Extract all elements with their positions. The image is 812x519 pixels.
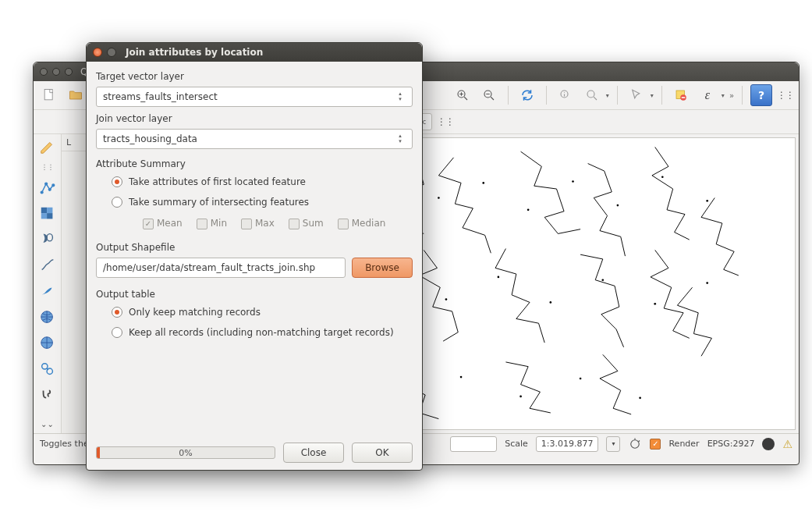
radio-keep-all[interactable]: Keep all records (including non-matching…	[96, 325, 413, 340]
svg-point-29	[527, 208, 530, 211]
output-table-label: Output table	[96, 289, 413, 300]
output-path-input[interactable]: /home/user/data/stream_fault_tracts_join…	[96, 258, 346, 278]
toolbox-expand-icon[interactable]: ⌄⌄	[41, 420, 54, 428]
window-close-icon[interactable]	[40, 68, 48, 76]
attribute-summary-label: Attribute Summary	[96, 158, 413, 169]
svg-point-31	[617, 204, 619, 207]
coordinate-input[interactable]	[450, 436, 497, 452]
target-layer-value: streams_faults_intersect	[103, 91, 218, 102]
window-minimize-icon[interactable]	[52, 68, 60, 76]
svg-point-39	[445, 298, 448, 300]
refresh-button[interactable]	[516, 84, 538, 106]
svg-point-50	[519, 396, 522, 398]
zoom-in-button[interactable]	[452, 84, 473, 106]
add-raster-layer-icon[interactable]	[38, 204, 57, 222]
svg-point-28	[482, 182, 484, 184]
render-label: Render	[668, 439, 699, 449]
deselect-button[interactable]	[670, 84, 692, 106]
dropdown-icon[interactable]: ▾	[606, 92, 609, 99]
add-wms-layer-icon[interactable]	[38, 308, 57, 326]
radio-take-summary[interactable]: Take summary of intersecting features	[96, 194, 413, 210]
add-mssql-layer-icon[interactable]	[38, 283, 57, 300]
target-layer-label: Target vector layer	[96, 71, 413, 82]
dialog-titlebar[interactable]: Join attributes by location	[87, 43, 422, 62]
edit-tool-icon[interactable]	[38, 137, 57, 155]
spinner-icon[interactable]: ▴▾	[395, 91, 406, 102]
svg-point-15	[47, 234, 52, 241]
min-checkbox	[197, 219, 207, 229]
new-file-button[interactable]	[38, 84, 60, 106]
svg-point-52	[639, 396, 641, 399]
svg-point-32	[661, 176, 664, 178]
target-layer-select[interactable]: streams_faults_intersect ▴▾	[96, 87, 413, 107]
scale-input[interactable]: 1:3.019.877	[536, 436, 599, 452]
expression-button[interactable]: ε	[697, 84, 718, 106]
svg-point-10	[51, 184, 54, 187]
svg-point-42	[601, 279, 604, 281]
radio-icon[interactable]	[112, 197, 122, 208]
radio-first-located[interactable]: Take attributes of first located feature	[96, 174, 413, 190]
max-checkbox	[241, 219, 252, 229]
spinner-icon[interactable]: ▴▾	[395, 133, 406, 144]
svg-point-7	[41, 191, 43, 194]
help-button[interactable]: ?	[750, 84, 772, 106]
svg-point-4	[587, 91, 594, 98]
add-wfs-layer-icon[interactable]	[38, 361, 57, 379]
identify-button[interactable]	[555, 84, 576, 106]
join-layer-select[interactable]: tracts_housing_data ▴▾	[96, 129, 413, 149]
svg-rect-0	[44, 90, 52, 100]
toolbar-grip-icon: ⋮⋮	[41, 163, 54, 171]
svg-point-53	[631, 439, 640, 448]
dropdown-icon[interactable]: ▾	[722, 92, 725, 99]
toolbar-grip-icon: ⋮⋮	[437, 116, 454, 127]
svg-point-41	[549, 301, 551, 304]
dropdown-icon[interactable]: ▾	[651, 92, 654, 99]
crs-icon[interactable]	[762, 438, 775, 450]
svg-point-43	[654, 303, 656, 305]
scale-dropdown-icon[interactable]: ▾	[606, 436, 620, 452]
select-tool-button[interactable]	[626, 84, 647, 106]
progress-bar: 0%	[96, 446, 275, 459]
svg-rect-12	[47, 208, 52, 213]
rotation-icon[interactable]	[628, 437, 642, 451]
add-wcs-layer-icon[interactable]	[38, 334, 57, 352]
svg-point-18	[41, 364, 47, 369]
median-checkbox	[338, 219, 349, 229]
browse-button[interactable]: Browse	[352, 258, 413, 278]
svg-point-30	[572, 180, 574, 183]
dialog-title: Join attributes by location	[126, 47, 263, 58]
output-shapefile-label: Output Shapefile	[96, 242, 413, 253]
svg-point-40	[498, 276, 500, 279]
radio-icon[interactable]	[112, 307, 122, 318]
progress-fill	[97, 447, 100, 458]
radio-keep-matching[interactable]: Only keep matching records	[96, 304, 413, 320]
radio-icon[interactable]	[112, 327, 122, 338]
close-button[interactable]: Close	[283, 443, 344, 463]
join-layer-value: tracts_housing_data	[103, 133, 197, 144]
add-postgis-layer-icon[interactable]	[38, 231, 57, 249]
join-attributes-dialog: Join attributes by location Target vecto…	[86, 42, 423, 471]
mean-checkbox	[143, 219, 154, 229]
render-checkbox[interactable]: ✓	[650, 439, 661, 450]
ok-button[interactable]: OK	[352, 443, 413, 463]
epsg-label[interactable]: EPSG:2927	[707, 439, 755, 449]
svg-point-44	[706, 282, 708, 284]
radio-icon[interactable]	[112, 176, 122, 187]
messages-icon[interactable]: ⚠	[782, 438, 792, 450]
add-vector-layer-icon[interactable]	[38, 179, 57, 197]
svg-point-9	[48, 188, 51, 190]
open-folder-button[interactable]	[65, 84, 87, 106]
scale-label: Scale	[505, 439, 528, 449]
dialog-minimize-icon[interactable]	[107, 48, 116, 57]
zoom-extent-button[interactable]	[581, 84, 603, 106]
svg-point-27	[438, 197, 440, 199]
dialog-close-icon[interactable]	[93, 48, 102, 57]
dialog-footer: 0% Close OK	[87, 435, 422, 470]
svg-point-33	[706, 200, 708, 202]
toolbar-overflow-icon[interactable]: »	[729, 91, 734, 100]
sum-checkbox	[289, 219, 300, 229]
window-maximize-icon[interactable]	[65, 68, 73, 76]
zoom-out-button[interactable]	[478, 84, 500, 106]
add-delimited-text-icon[interactable]	[38, 386, 57, 404]
add-spatialite-layer-icon[interactable]	[38, 257, 57, 275]
